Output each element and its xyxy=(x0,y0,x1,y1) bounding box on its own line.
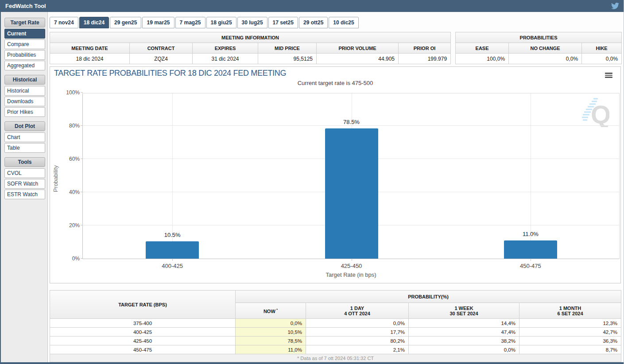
column-header: PRIOR VOLUME xyxy=(317,43,399,54)
tab-18-giu25[interactable]: 18 giu25 xyxy=(206,17,236,28)
meeting-date-tabbar: 7 nov2418 dic2429 gen2519 mar257 mag2518… xyxy=(50,17,624,28)
quikstrike-q-logo: Q xyxy=(582,97,609,129)
sidebar-item-cvol[interactable]: CVOL xyxy=(4,168,45,178)
sidebar-item-current[interactable]: Current xyxy=(4,29,45,39)
tab-17-set25[interactable]: 17 set25 xyxy=(268,17,298,28)
sidebar-item-downloads[interactable]: Downloads xyxy=(4,97,45,106)
y-tick-mark xyxy=(81,159,83,159)
fedwatch-tool-page: FedWatch Tool Target RateCurrentCompareP… xyxy=(0,0,624,364)
probability-cell: 47,4% xyxy=(409,328,519,337)
y-tick-mark xyxy=(81,192,83,192)
probability-detail-table: TARGET RATE (BPS) PROBABILITY(%) NOW *1 … xyxy=(50,290,621,362)
y-tick-label: 40% xyxy=(69,189,80,195)
probability-cell: 0,0% xyxy=(409,345,519,354)
app-header: FedWatch Tool xyxy=(1,0,624,12)
column-header: EASE xyxy=(456,43,509,54)
period-column-header: 1 WEEK30 SET 2024 xyxy=(409,303,519,319)
tab-18-dic24[interactable]: 18 dic24 xyxy=(79,17,109,28)
column-header: HIKE xyxy=(582,43,622,54)
hamburger-menu-icon[interactable] xyxy=(605,73,612,78)
tab-10-dic25[interactable]: 10 dic25 xyxy=(329,17,358,28)
table-row: 450-47511,0%2,1%0,0%8,7% xyxy=(50,345,621,354)
tab-29-gen25[interactable]: 29 gen25 xyxy=(110,17,141,28)
x-tick-mark xyxy=(531,259,531,261)
y-gridline xyxy=(83,125,619,126)
target-rate-probability-chart: TARGET RATE PROBABILITIES FOR 18 DIC 202… xyxy=(50,66,621,283)
column-header: NO CHANGE xyxy=(509,43,582,54)
sidebar-item-probabilities[interactable]: Probabilities xyxy=(4,50,45,60)
tab-7-mag25[interactable]: 7 mag25 xyxy=(175,17,205,28)
probability-cell: 0,0% xyxy=(306,319,409,328)
svg-text:Q: Q xyxy=(591,100,609,127)
sidebar-group-historical: HistoricalHistoricalDownloadsPrior Hikes xyxy=(4,75,45,117)
y-tick-label: 80% xyxy=(69,123,80,129)
bar-value-label: 11.0% xyxy=(523,231,539,237)
probability-cell: 80,2% xyxy=(306,337,409,345)
sidebar-item-estr-watch[interactable]: ESTR Watch xyxy=(4,190,45,199)
meeting-information-table: MEETING INFORMATION MEETING DATECONTRACT… xyxy=(50,32,451,64)
now-value-cell: 0,0% xyxy=(236,319,306,328)
x-axis-title: Target Rate (in bps) xyxy=(82,271,620,278)
y-tick-mark xyxy=(81,92,83,93)
x-tick-mark xyxy=(172,259,173,261)
y-axis-title: Probability xyxy=(52,135,59,223)
meeting-info-value: ZQZ4 xyxy=(130,54,193,64)
meeting-information-title: MEETING INFORMATION xyxy=(50,32,451,43)
probability-bar-450-475[interactable] xyxy=(504,240,557,259)
probability-cell: 38,2% xyxy=(409,337,519,345)
target-rate-cell: 400-425 xyxy=(50,328,236,337)
probability-cell: 8,7% xyxy=(519,345,621,354)
meeting-info-value: 18 dic 2024 xyxy=(50,54,130,64)
sidebar-item-sofr-watch[interactable]: SOFR Watch xyxy=(4,179,45,189)
y-tick-label: 60% xyxy=(69,156,80,162)
table-row: 375-4000,0%0,0%14,4%12,3% xyxy=(50,319,621,328)
probability-value: 0,0% xyxy=(509,54,582,64)
probabilities-summary-headers: EASENO CHANGEHIKE xyxy=(456,43,622,54)
meeting-information-values: 18 dic 2024ZQZ431 dic 202495,512544.9051… xyxy=(50,54,451,64)
table-row: 425-45078,5%80,2%38,2%36,3% xyxy=(50,337,621,345)
target-rate-cell: 375-400 xyxy=(50,319,236,328)
tab-19-mar25[interactable]: 19 mar25 xyxy=(142,17,174,28)
column-header: CONTRACT xyxy=(130,43,193,54)
sidebar-group-header: Target Rate xyxy=(4,18,45,27)
chart-subtitle: Current target rate is 475-500 xyxy=(50,80,620,86)
sidebar-item-compare[interactable]: Compare xyxy=(4,39,45,49)
sidebar-item-aggregated[interactable]: Aggregated xyxy=(4,61,45,70)
tab-7-nov24[interactable]: 7 nov24 xyxy=(50,17,78,28)
sidebar-group-header: Tools xyxy=(4,157,45,167)
bar-value-label: 78.5% xyxy=(343,119,360,125)
probability-value: 100,0% xyxy=(456,54,509,64)
tab-30-lug25[interactable]: 30 lug25 xyxy=(237,17,267,28)
meeting-info-value: 199.979 xyxy=(399,54,451,64)
sidebar-group-header: Historical xyxy=(4,75,45,85)
period-column-header: 1 DAY4 OTT 2024 xyxy=(306,303,409,319)
probability-cell: 36,3% xyxy=(519,337,621,345)
probability-cell: 14,4% xyxy=(409,319,519,328)
sidebar-item-table[interactable]: Table xyxy=(4,143,45,153)
probability-bar-425-450[interactable] xyxy=(325,128,378,259)
x-tick-mark xyxy=(352,259,352,261)
now-value-cell: 10,5% xyxy=(236,328,306,337)
probability-cell: 12,3% xyxy=(519,319,621,328)
sidebar: Target RateCurrentCompareProbabilitiesAg… xyxy=(1,12,48,362)
sidebar-item-historical[interactable]: Historical xyxy=(4,86,45,96)
main-content: 7 nov2418 dic2429 gen2519 mar257 mag2518… xyxy=(48,12,624,362)
probability-bar-400-425[interactable] xyxy=(146,241,199,259)
probability-cell: 17,7% xyxy=(306,328,409,337)
chart-title: TARGET RATE PROBABILITIES FOR 18 DIC 202… xyxy=(54,69,286,78)
y-tick-label: 100% xyxy=(66,89,80,96)
sidebar-item-chart[interactable]: Chart xyxy=(4,132,45,142)
x-category-label: 450-475 xyxy=(520,263,541,269)
y-tick-mark xyxy=(81,125,83,126)
tab-29-ott25[interactable]: 29 ott25 xyxy=(299,17,328,28)
target-rate-cell: 450-475 xyxy=(50,345,236,354)
sidebar-group-header: Dot Plot xyxy=(4,121,45,131)
column-header: MID PRICE xyxy=(258,43,317,54)
twitter-icon[interactable] xyxy=(611,3,619,9)
column-header: PRIOR OI xyxy=(399,43,451,54)
probability-value: 0,0% xyxy=(582,54,622,64)
target-rate-cell: 425-450 xyxy=(50,337,236,345)
probabilities-summary-values: 100,0%0,0%0,0% xyxy=(456,54,622,64)
sidebar-item-prior-hikes[interactable]: Prior Hikes xyxy=(4,107,45,117)
probabilities-summary-title: PROBABILITIES xyxy=(456,32,622,43)
